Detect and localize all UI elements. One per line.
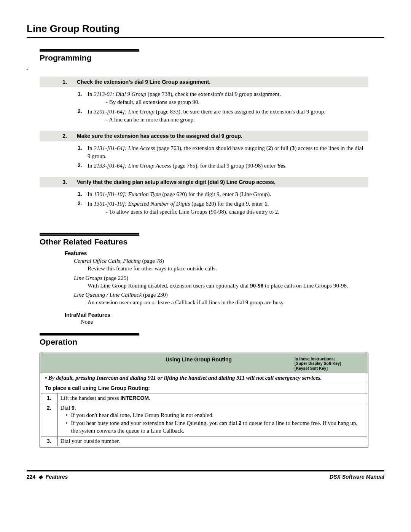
prog-step-title: Check the extension's dial 9 Line Group … [74,77,368,87]
section-heading: Other Related Features [40,237,384,246]
programming-table: 1. Check the extension's dial 9 Line Gro… [40,77,368,223]
intramail-value: None [81,319,384,325]
stray-dash: - [27,67,28,71]
op-table-title: Using Line Group Routing [44,356,288,363]
feature-item: Line Groups (page 225) With Line Group R… [74,274,384,290]
feature-item: Central Office Calls, Placing (page 78) … [74,257,384,273]
op-step-row: 3. Dial your outside number. [40,436,368,447]
prog-step-num: 1. [40,77,74,87]
op-table-head: Using Line Group Routing In these instru… [40,353,368,373]
prog-header-row: 1. Check the extension's dial 9 Line Gro… [40,77,368,87]
prog-header-row: 3. Verify that the dialing plan setup al… [40,177,368,187]
page-title: Line Group Routing [27,23,384,35]
prog-body-row: 1.In 2113-01: Dial 9 Group (page 738), c… [40,87,368,131]
prog-body-row: 1.In 1301-[01-10]: Function Type (page 6… [40,187,368,223]
section-related-head: Other Related Features [40,233,384,246]
feature-item: Line Queuing / Line Callback (page 230) … [74,291,384,307]
section-heading: Operation [40,337,384,347]
page-footer: 224 ◆ Features DSX Software Manual [27,470,384,480]
intramail-label: IntraMail Features [65,312,384,318]
op-warning-row: By default, pressing Intercom and dialin… [40,373,368,383]
op-sub-head-row: To place a call using Line Group Routing… [40,383,368,393]
op-step-row: 2. Dial 9. If you don't hear dial tone, … [40,403,368,436]
section-heading: Programming [40,53,384,62]
op-table-notes: In these instructions: [Super Display So… [295,356,364,371]
manual-title: DSX Software Manual [330,474,384,480]
features-block: Features Central Office Calls, Placing (… [65,250,384,325]
title-rule [27,37,384,38]
page-number: 224 [27,474,35,480]
op-step-row: 1. Lift the handset and press INTERCOM. [40,393,368,403]
features-label: Features [65,250,384,256]
operation-table: Using Line Group Routing In these instru… [40,353,368,448]
prog-header-row: 2. Make sure the extension has access to… [40,131,368,141]
section-operation-head: Operation [40,333,384,347]
op-warning-text: By default, pressing Intercom and dialin… [50,375,364,381]
prog-body-row: 1.In 2131-[01-64]: Line Access (page 763… [40,141,368,177]
section-programming-head: Programming [40,49,384,62]
